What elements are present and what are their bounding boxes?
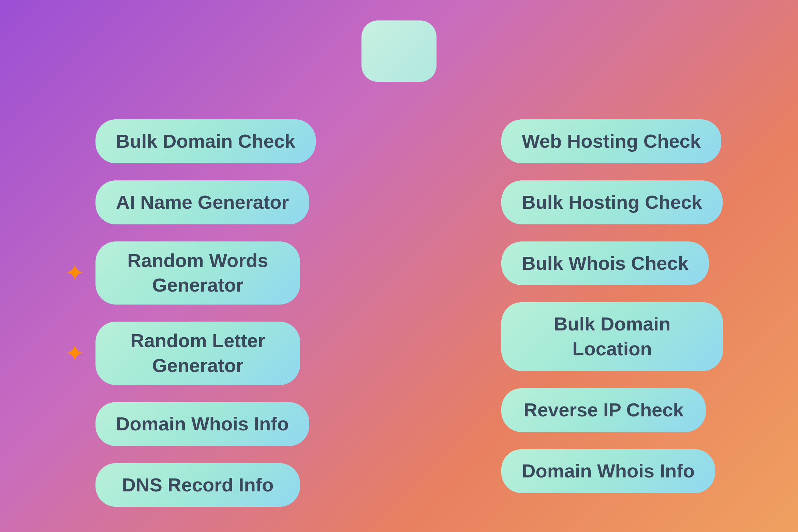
tool-label-bulk-domain-check: Bulk Domain Check xyxy=(116,129,295,154)
tool-badge-web-hosting-check[interactable]: Web Hosting Check xyxy=(501,119,721,163)
tool-label-bulk-hosting-check: Bulk Hosting Check xyxy=(522,190,702,215)
tool-item-reverse-ip-check[interactable]: Reverse IP Check xyxy=(501,388,706,432)
tool-item-bulk-hosting-check[interactable]: Bulk Hosting Check xyxy=(501,180,723,224)
tool-label-random-words-generator: Random Words Generator xyxy=(116,248,280,298)
tool-item-bulk-domain-check[interactable]: Bulk Domain Check xyxy=(95,119,316,163)
tool-label-reverse-ip-check: Reverse IP Check xyxy=(522,398,685,423)
tool-item-bulk-domain-location[interactable]: Bulk Domain Location xyxy=(501,302,723,371)
tool-item-dns-record-info[interactable]: DNS Record Info xyxy=(95,463,300,507)
tool-badge-bulk-domain-location[interactable]: Bulk Domain Location xyxy=(501,302,723,371)
tools-grid: Bulk Domain CheckAI Name Generator✦Rando… xyxy=(41,119,757,507)
tool-badge-domain-whois-info-left[interactable]: Domain Whois Info xyxy=(95,402,309,446)
tool-item-ai-name-generator[interactable]: AI Name Generator xyxy=(95,180,309,224)
tool-badge-reverse-ip-check[interactable]: Reverse IP Check xyxy=(501,388,706,432)
tool-item-random-words-generator[interactable]: ✦Random Words Generator xyxy=(95,241,300,305)
tool-badge-random-letter-generator[interactable]: Random Letter Generator xyxy=(95,322,300,385)
tool-label-bulk-domain-location: Bulk Domain Location xyxy=(522,312,703,361)
tool-badge-bulk-whois-check[interactable]: Bulk Whois Check xyxy=(501,241,709,285)
tool-item-web-hosting-check[interactable]: Web Hosting Check xyxy=(501,119,721,163)
tool-badge-ai-name-generator[interactable]: AI Name Generator xyxy=(95,180,309,224)
tool-label-domain-whois-info-left: Domain Whois Info xyxy=(116,412,289,437)
star-icon-random-letter-generator: ✦ xyxy=(65,339,85,367)
count-badge xyxy=(361,20,437,82)
star-icon-random-words-generator: ✦ xyxy=(65,259,85,287)
tool-item-bulk-whois-check[interactable]: Bulk Whois Check xyxy=(501,241,709,285)
tool-badge-dns-record-info[interactable]: DNS Record Info xyxy=(95,463,300,507)
tool-label-bulk-whois-check: Bulk Whois Check xyxy=(522,251,689,276)
tool-badge-random-words-generator[interactable]: Random Words Generator xyxy=(95,241,300,305)
tool-badge-bulk-domain-check[interactable]: Bulk Domain Check xyxy=(95,119,316,163)
tool-item-domain-whois-info-left[interactable]: Domain Whois Info xyxy=(95,402,309,446)
tool-label-ai-name-generator: AI Name Generator xyxy=(116,190,289,215)
right-column: Web Hosting CheckBulk Hosting CheckBulk … xyxy=(467,119,723,507)
tool-badge-bulk-hosting-check[interactable]: Bulk Hosting Check xyxy=(501,180,723,224)
tool-label-random-letter-generator: Random Letter Generator xyxy=(116,328,280,378)
tool-label-dns-record-info: DNS Record Info xyxy=(116,473,280,498)
tool-label-domain-whois-info-right: Domain Whois Info xyxy=(522,459,695,484)
tool-item-domain-whois-info-right[interactable]: Domain Whois Info xyxy=(501,449,715,493)
tool-badge-domain-whois-info-right[interactable]: Domain Whois Info xyxy=(501,449,715,493)
badge-container xyxy=(361,20,437,82)
tool-item-random-letter-generator[interactable]: ✦Random Letter Generator xyxy=(95,322,300,385)
left-column: Bulk Domain CheckAI Name Generator✦Rando… xyxy=(75,119,331,507)
tool-label-web-hosting-check: Web Hosting Check xyxy=(522,129,701,154)
